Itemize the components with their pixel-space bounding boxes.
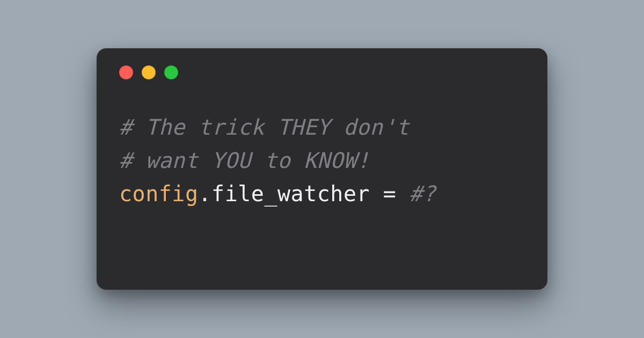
code-block: # The trick THEY don't # want YOU to KNO…	[119, 111, 525, 210]
comment-line-1: # The trick THEY don't	[119, 115, 409, 139]
code-member: file_watcher	[211, 181, 370, 206]
minimize-icon[interactable]	[142, 65, 156, 79]
code-operator: =	[370, 181, 409, 206]
code-identifier: config	[119, 181, 199, 206]
maximize-icon[interactable]	[164, 65, 178, 79]
comment-line-2: # want YOU to KNOW!	[119, 148, 370, 173]
close-icon[interactable]	[119, 65, 133, 79]
traffic-lights	[119, 65, 525, 79]
terminal-window: # The trick THEY don't # want YOU to KNO…	[97, 48, 547, 290]
code-line-2: # want YOU to KNOW!	[119, 144, 525, 177]
code-dot: .	[199, 181, 212, 206]
code-line-3: config.file_watcher = #?	[119, 177, 525, 210]
code-line-1: # The trick THEY don't	[119, 111, 525, 144]
code-trailing-comment: #?	[409, 181, 436, 206]
